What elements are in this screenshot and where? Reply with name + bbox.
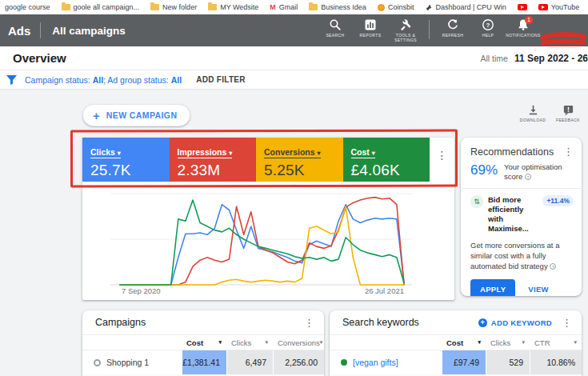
- bookmark-item[interactable]: YouTube: [538, 3, 579, 11]
- filter-separator: ;: [103, 75, 106, 85]
- chart-series-clicks: [120, 205, 404, 285]
- performance-chart: 7 Sep 2020 26 Jul 2021: [82, 182, 454, 300]
- feedback-button[interactable]: FEEDBACK: [552, 104, 584, 122]
- add-keyword-button[interactable]: +ADD KEYWORD: [478, 318, 552, 327]
- metric-card-cost[interactable]: Cost ▾ £4.06K: [343, 138, 430, 182]
- youtube-icon: [518, 4, 527, 10]
- bookmark-item[interactable]: MGmail: [270, 3, 298, 11]
- column-header-clicks[interactable]: Clicks▾: [486, 335, 530, 350]
- x-axis-end-label: 26 Jul 2021: [365, 286, 404, 295]
- search-button[interactable]: SEARCH: [320, 18, 350, 38]
- date-range-picker[interactable]: All time 11 Sep 2022 - 26: [480, 53, 588, 64]
- uplift-badge: +11.4%: [542, 195, 574, 206]
- status-filter-chip[interactable]: Campaign status: All; Ad group status: A…: [25, 75, 182, 85]
- download-icon: [527, 104, 539, 116]
- bookmark-item[interactable]: goole all campaign...: [62, 3, 140, 11]
- keywords-title: Search keywords: [342, 317, 419, 328]
- chart-series-conversions: [120, 206, 404, 285]
- column-header-conversions[interactable]: Conversions▾: [273, 335, 324, 350]
- x-axis-start-label: 7 Sep 2020: [122, 286, 161, 295]
- chevron-down-icon: ▾: [372, 150, 375, 157]
- folder-icon: [309, 4, 318, 10]
- reports-button[interactable]: REPORTS: [355, 18, 386, 38]
- folder-icon: [62, 4, 70, 10]
- metric-label: Clicks: [90, 147, 115, 157]
- column-header-cost[interactable]: Cost▾: [442, 335, 486, 350]
- wrench-icon: [399, 18, 412, 31]
- filter-value: All: [171, 75, 182, 85]
- bookmark-item[interactable]: MY Wedsite: [208, 3, 258, 11]
- view-button[interactable]: VIEW: [528, 285, 548, 294]
- column-header-ctr[interactable]: CTR▾: [530, 335, 582, 350]
- filter-bar: Campaign status: All; Ad group status: A…: [0, 70, 588, 90]
- folder-icon: [208, 4, 217, 10]
- notification-badge: 1: [525, 16, 533, 24]
- recommendation-item-title[interactable]: Bid more efficiently with Maximise...: [488, 195, 538, 234]
- runner-icon: [425, 4, 432, 11]
- search-label: SEARCH: [326, 33, 344, 38]
- keywords-menu[interactable]: ⋮: [562, 317, 572, 329]
- new-campaign-button[interactable]: + NEW CAMPAIGN: [82, 104, 190, 126]
- refresh-icon: [446, 18, 459, 31]
- cost-cell: £1,381.41: [182, 350, 226, 374]
- recommendation-body: Get more conversions at a similar cost w…: [461, 235, 582, 271]
- help-label: HELP: [482, 33, 494, 38]
- optimisation-score: 69%: [470, 162, 498, 182]
- download-label: DOWNLOAD: [520, 118, 546, 122]
- youtube-icon: [538, 4, 548, 10]
- campaigns-title: Campaigns: [95, 317, 146, 328]
- summary-card-menu[interactable]: ⋮: [430, 138, 454, 182]
- metric-card-impressions[interactable]: Impressions ▾ 2.33M: [170, 138, 257, 182]
- keyword-status-icon: [341, 359, 347, 366]
- metric-value: £4.06K: [351, 162, 422, 179]
- metric-label: Impressions: [178, 147, 227, 157]
- date-range-type: All time: [480, 54, 507, 63]
- column-spacer: [330, 335, 442, 350]
- bookmark-label: goole all campaign...: [74, 3, 140, 11]
- add-filter-button[interactable]: ADD FILTER: [196, 75, 246, 84]
- metric-card-clicks[interactable]: Clicks ▾ 25.7K: [82, 138, 170, 182]
- bookmark-item[interactable]: Dashboard | CPU Win: [425, 3, 506, 11]
- keyword-name[interactable]: [vegan gifts]: [353, 358, 398, 367]
- tools-settings-button[interactable]: TOOLS & SETTINGS: [390, 18, 421, 42]
- tools-label: TOOLS & SETTINGS: [390, 33, 421, 42]
- metric-value: 5.25K: [264, 162, 335, 179]
- ads-logo[interactable]: Ads: [0, 24, 40, 38]
- bid-strategy-icon: ⇅: [470, 195, 483, 208]
- apply-button[interactable]: APPLY: [470, 279, 515, 296]
- ctr-cell: 10.86%: [530, 350, 582, 374]
- bookmark-item[interactable]: New folder: [150, 3, 197, 11]
- feedback-icon: [562, 104, 574, 116]
- recommendations-menu[interactable]: ⋮: [563, 146, 574, 158]
- chevron-down-icon: ▾: [218, 339, 222, 346]
- divider: [429, 20, 430, 39]
- metric-label: Conversions: [264, 147, 315, 157]
- campaign-name[interactable]: Shopping 1: [106, 358, 149, 367]
- column-header-clicks[interactable]: Clicks▾: [226, 335, 273, 350]
- table-row[interactable]: [vegan gifts] £97.49 529 10.86%: [330, 350, 582, 374]
- help-circle-icon[interactable]: ?: [550, 263, 556, 270]
- app-header: Ads All campaigns SEARCH REPORTS TOOLS &…: [0, 14, 588, 46]
- download-button[interactable]: DOWNLOAD: [517, 104, 549, 122]
- bookmark-label: Business Idea: [321, 3, 366, 11]
- campaigns-menu[interactable]: ⋮: [304, 317, 314, 329]
- search-icon: [329, 18, 342, 31]
- bookmark-label: YouTube: [551, 3, 579, 11]
- bookmark-item[interactable]: Business Idea: [309, 3, 366, 11]
- chevron-down-icon: ▾: [522, 339, 525, 346]
- column-header-cost[interactable]: Cost▾: [182, 335, 226, 350]
- notifications-button[interactable]: 1 NOTIFICATIONS: [508, 18, 538, 38]
- help-circle-icon[interactable]: ?: [525, 174, 531, 180]
- table-row[interactable]: Shopping 1 £1,381.41 6,497 2,256.00: [82, 350, 324, 374]
- chevron-down-icon: ▾: [318, 150, 321, 157]
- help-button[interactable]: ? HELP: [473, 18, 503, 38]
- bookmark-item[interactable]: google course: [5, 3, 50, 11]
- refresh-label: REFRESH: [442, 33, 464, 38]
- cost-cell: £97.49: [442, 350, 486, 374]
- refresh-button[interactable]: REFRESH: [438, 18, 468, 38]
- bookmark-item[interactable]: [518, 4, 527, 10]
- metric-card-conversions[interactable]: Conversions ▾ 5.25K: [256, 138, 343, 182]
- campaigns-card: Campaigns ⋮ Cost▾ Clicks▾ Conversions▾ S…: [82, 310, 324, 376]
- bookmarks-bar: google course goole all campaign... New …: [0, 0, 588, 14]
- bookmark-item[interactable]: Coinsbit: [378, 3, 414, 11]
